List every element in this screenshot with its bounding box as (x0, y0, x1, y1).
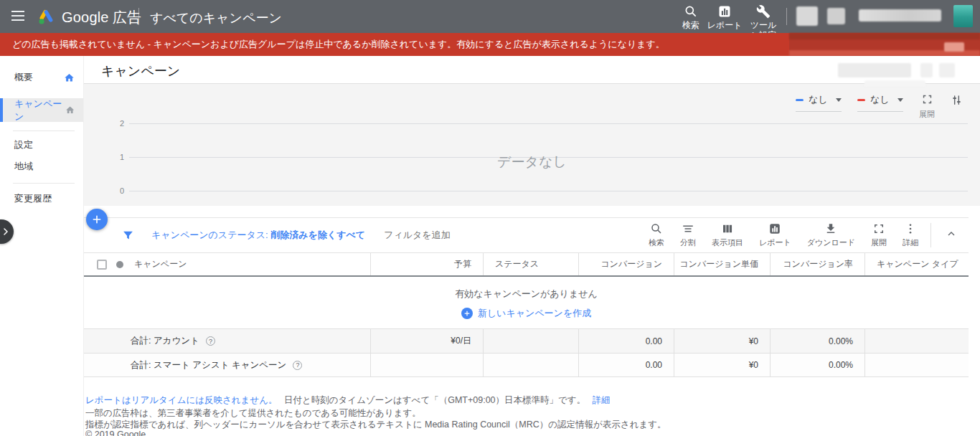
metric-selector-2[interactable]: なし (857, 93, 903, 112)
sidebar-item-label: 変更履歴 (14, 192, 52, 205)
expand-icon (872, 222, 885, 235)
footer-note-1: レポートはリアルタイムには反映されません。 日付と時刻のタイムゾーンはすべて「（… (85, 394, 611, 407)
segment-icon (682, 222, 694, 235)
alert-banner: どの広告も掲載されていません - キャンペーンおよび広告グループは停止中であるか… (0, 33, 980, 56)
toolbar-button-label: 検索 (649, 237, 664, 248)
campaign-type-cell (864, 329, 969, 353)
sidebar-item-settings[interactable]: 設定 (0, 134, 83, 156)
main-content: キャンペーン なし なし 展開 (84, 56, 980, 436)
new-campaign-fab[interactable] (86, 209, 108, 230)
collapse-table-button[interactable] (937, 228, 966, 242)
sidebar-item-label: 概要 (14, 71, 33, 84)
sidebar-item-locations[interactable]: 地域 (0, 156, 83, 177)
sidebar-item-campaigns[interactable]: キャンペーン (0, 98, 83, 122)
brand-name: Google (62, 9, 109, 25)
toolbar-reports-button[interactable]: レポート (751, 222, 799, 248)
toolbar-button-label: ダウンロード (807, 237, 855, 248)
budget-cell (370, 354, 483, 376)
column-header-cost-per-conversion[interactable]: コンバージョン単価 (674, 253, 770, 275)
footer-note-2: 一部の広告枠は、第三者事業者を介して提供されたものである可能性があります。 (85, 407, 421, 420)
column-header-conversion-rate[interactable]: コンバージョン率 (770, 253, 864, 275)
toolbar-expand-button[interactable]: 展開 (863, 222, 895, 248)
redacted-date-range[interactable] (838, 63, 911, 77)
filter-status-chip[interactable]: キャンペーンのステータス: 削除済みを除くすべて (151, 229, 365, 242)
avatar[interactable] (953, 5, 973, 27)
sidebar-item-overview[interactable]: 概要 (0, 67, 83, 88)
more-icon (904, 222, 917, 235)
wrench-icon (756, 4, 771, 19)
google-ads-logo-icon[interactable] (37, 7, 56, 26)
topbar-reports-button[interactable]: レポート (706, 4, 743, 31)
create-campaign-link[interactable]: 新しいキャンペーンを作成 (461, 307, 591, 320)
chevron-right-icon (0, 226, 11, 237)
download-icon (824, 222, 837, 235)
column-label: 予算 (454, 258, 471, 270)
expand-icon (921, 93, 933, 105)
realtime-note-link[interactable]: レポートはリアルタイムには反映されません。 (85, 395, 277, 405)
toolbar-segment-button[interactable]: 分割 (672, 222, 704, 248)
column-header-campaign[interactable]: キャンペーン (84, 253, 370, 275)
chevron-down-icon (897, 98, 903, 102)
context-title: すべてのキャンペーン (150, 9, 282, 27)
toolbar-button-label: 表示項目 (712, 237, 743, 248)
sidebar-item-label: 設定 (14, 138, 33, 151)
report-icon (768, 222, 781, 235)
home-icon (65, 105, 75, 115)
toolbar-columns-button[interactable]: 表示項目 (704, 222, 751, 248)
chart-no-data-label: データなし (497, 153, 567, 171)
status-dot-icon (116, 261, 123, 268)
search-icon (650, 222, 663, 235)
footer-note-3: 指標が認定指標であれば、列ヘッダーにカーソルを合わせて表示されるテキストに Me… (85, 419, 666, 431)
chart-settings-button[interactable] (951, 94, 963, 106)
campaign-type-cell (864, 354, 969, 376)
plus-icon (91, 214, 103, 225)
metric1-value: なし (809, 93, 828, 106)
toolbar-search-button[interactable]: 検索 (641, 222, 672, 248)
toolbar-more-button[interactable]: 詳細 (895, 222, 926, 248)
metric2-color-dash-icon (857, 99, 865, 101)
column-header-campaign-type[interactable]: キャンペーン タイプ (864, 253, 969, 275)
column-header-budget[interactable]: 予算 (370, 253, 483, 275)
column-header-status[interactable]: ステータス (483, 253, 578, 275)
learn-more-link[interactable]: 詳細 (593, 395, 611, 405)
filter-icon[interactable] (122, 229, 134, 242)
home-icon (64, 72, 75, 83)
sidebar-divider (13, 183, 75, 184)
toolbar-download-button[interactable]: ダウンロード (799, 222, 863, 248)
metric1-color-dash-icon (796, 99, 804, 101)
create-campaign-label: 新しいキャンペーンを作成 (478, 307, 591, 320)
chart-gridline (129, 123, 968, 124)
redacted-banner-action[interactable] (789, 33, 980, 56)
menu-icon[interactable] (11, 11, 24, 21)
table-toolbar: 検索 分割 表示項目 レポート (641, 222, 969, 248)
column-header-conversions[interactable]: コンバージョン (578, 253, 674, 275)
table-header-row: キャンペーン 予算 ステータス コンバージョン コンバージョン単価 コンバージョ… (84, 252, 969, 277)
add-filter-button[interactable]: フィルタを追加 (384, 229, 451, 242)
redacted-help-button[interactable] (796, 6, 818, 26)
conversions-cell: 0.00 (578, 329, 674, 353)
alert-message: どの広告も掲載されていません - キャンペーンおよび広告グループは停止中であるか… (12, 39, 665, 49)
redacted-notifications-button[interactable] (827, 8, 845, 24)
status-cell (483, 354, 578, 376)
total-label: 合計: アカウント (131, 335, 199, 347)
redacted-control[interactable] (920, 63, 933, 77)
metric-selector-1[interactable]: なし (796, 93, 842, 112)
chart-expand-button[interactable]: 展開 (919, 93, 935, 120)
sidebar-item-label: キャンペーン (14, 98, 65, 123)
topbar-search-button[interactable]: 検索 (678, 4, 704, 31)
help-icon[interactable] (206, 336, 215, 346)
chevron-down-icon (836, 98, 842, 102)
status-cell (483, 329, 578, 353)
column-label: キャンペーン タイプ (877, 258, 958, 270)
campaigns-table: キャンペーンのステータス: 削除済みを除くすべて フィルタを追加 検索 分割 (84, 217, 969, 377)
y-axis-tick: 2 (91, 119, 124, 128)
table-row-total-smart-campaigns: 合計: スマート アシスト キャンペーン 0.00 ¥0 0.00% (84, 354, 969, 377)
redacted-control[interactable] (939, 63, 955, 77)
chart-gridline (129, 191, 968, 191)
report-icon (717, 4, 732, 19)
select-all-checkbox[interactable] (97, 260, 107, 270)
sidebar-item-change-history[interactable]: 変更履歴 (0, 188, 83, 209)
column-label: コンバージョン単価 (679, 258, 758, 270)
help-icon[interactable] (293, 361, 302, 370)
column-label: ステータス (495, 258, 539, 270)
